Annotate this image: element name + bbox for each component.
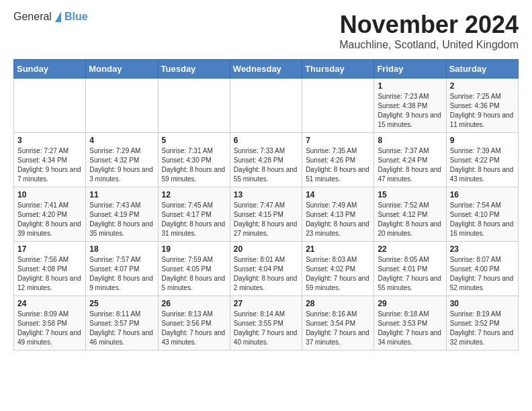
day-cell: 6Sunrise: 7:33 AM Sunset: 4:28 PM Daylig…: [230, 133, 302, 187]
day-cell: 28Sunrise: 8:16 AM Sunset: 3:54 PM Dayli…: [302, 296, 374, 351]
day-info: Sunrise: 8:03 AM Sunset: 4:02 PM Dayligh…: [306, 255, 370, 293]
day-cell: 10Sunrise: 7:41 AM Sunset: 4:20 PM Dayli…: [14, 187, 86, 242]
week-row-1: 3Sunrise: 7:27 AM Sunset: 4:34 PM Daylig…: [14, 133, 519, 187]
day-number: 20: [234, 244, 298, 254]
day-info: Sunrise: 7:35 AM Sunset: 4:26 PM Dayligh…: [306, 146, 370, 184]
day-cell: 3Sunrise: 7:27 AM Sunset: 4:34 PM Daylig…: [14, 133, 86, 187]
day-number: 15: [378, 190, 442, 199]
day-cell: 26Sunrise: 8:13 AM Sunset: 3:56 PM Dayli…: [158, 296, 230, 351]
day-number: 8: [378, 136, 442, 145]
day-info: Sunrise: 8:05 AM Sunset: 4:01 PM Dayligh…: [378, 255, 442, 293]
day-info: Sunrise: 7:27 AM Sunset: 4:34 PM Dayligh…: [17, 146, 82, 184]
day-info: Sunrise: 7:45 AM Sunset: 4:17 PM Dayligh…: [162, 201, 226, 238]
logo-triangle-icon: [55, 11, 61, 22]
day-number: 24: [17, 299, 82, 308]
day-number: 16: [450, 190, 515, 199]
day-info: Sunrise: 7:47 AM Sunset: 4:15 PM Dayligh…: [234, 201, 298, 238]
day-cell: 21Sunrise: 8:03 AM Sunset: 4:02 PM Dayli…: [302, 242, 374, 296]
day-number: 9: [450, 136, 515, 145]
logo: General Blue: [13, 11, 88, 23]
logo-blue-text: Blue: [64, 11, 88, 22]
title-block: November 2024 Mauchline, Scotland, Unite…: [339, 11, 519, 51]
day-number: 5: [162, 136, 226, 145]
day-info: Sunrise: 8:14 AM Sunset: 3:55 PM Dayligh…: [234, 310, 298, 347]
day-info: Sunrise: 7:57 AM Sunset: 4:07 PM Dayligh…: [89, 255, 154, 293]
location: Mauchline, Scotland, United Kingdom: [339, 39, 519, 51]
day-info: Sunrise: 8:16 AM Sunset: 3:54 PM Dayligh…: [306, 310, 370, 347]
day-number: 19: [162, 244, 226, 254]
day-number: 23: [450, 244, 515, 254]
day-info: Sunrise: 7:52 AM Sunset: 4:12 PM Dayligh…: [378, 201, 442, 238]
day-number: 12: [162, 190, 226, 199]
day-cell: 17Sunrise: 7:56 AM Sunset: 4:08 PM Dayli…: [14, 242, 86, 296]
header-sunday: Sunday: [14, 60, 86, 79]
day-number: 29: [378, 299, 442, 308]
week-row-2: 10Sunrise: 7:41 AM Sunset: 4:20 PM Dayli…: [14, 187, 519, 242]
day-number: 30: [450, 299, 515, 308]
day-number: 3: [17, 136, 82, 145]
header-wednesday: Wednesday: [230, 60, 302, 79]
day-info: Sunrise: 8:01 AM Sunset: 4:04 PM Dayligh…: [234, 255, 298, 293]
day-info: Sunrise: 7:43 AM Sunset: 4:19 PM Dayligh…: [89, 201, 154, 238]
logo-general: General: [13, 11, 52, 23]
day-info: Sunrise: 7:49 AM Sunset: 4:13 PM Dayligh…: [306, 201, 370, 238]
day-number: 28: [306, 299, 370, 308]
month-title: November 2024: [339, 11, 519, 39]
header-tuesday: Tuesday: [158, 60, 230, 79]
day-info: Sunrise: 8:09 AM Sunset: 3:58 PM Dayligh…: [17, 310, 82, 347]
day-cell: [230, 79, 302, 133]
calendar-header: SundayMondayTuesdayWednesdayThursdayFrid…: [14, 60, 519, 79]
day-cell: 18Sunrise: 7:57 AM Sunset: 4:07 PM Dayli…: [86, 242, 158, 296]
day-cell: 9Sunrise: 7:39 AM Sunset: 4:22 PM Daylig…: [446, 133, 518, 187]
day-info: Sunrise: 7:29 AM Sunset: 4:32 PM Dayligh…: [89, 146, 154, 184]
day-number: 2: [450, 81, 515, 91]
day-cell: 24Sunrise: 8:09 AM Sunset: 3:58 PM Dayli…: [14, 296, 86, 351]
page: General Blue November 2024 Mauchline, Sc…: [0, 0, 532, 361]
day-number: 25: [89, 299, 154, 308]
day-cell: 2Sunrise: 7:25 AM Sunset: 4:36 PM Daylig…: [446, 79, 518, 133]
header-saturday: Saturday: [446, 60, 518, 79]
day-number: 1: [378, 81, 442, 91]
day-info: Sunrise: 7:33 AM Sunset: 4:28 PM Dayligh…: [234, 146, 298, 184]
day-cell: 7Sunrise: 7:35 AM Sunset: 4:26 PM Daylig…: [302, 133, 374, 187]
day-cell: 15Sunrise: 7:52 AM Sunset: 4:12 PM Dayli…: [374, 187, 446, 242]
day-cell: 8Sunrise: 7:37 AM Sunset: 4:24 PM Daylig…: [374, 133, 446, 187]
week-row-0: 1Sunrise: 7:23 AM Sunset: 4:38 PM Daylig…: [14, 79, 519, 133]
day-info: Sunrise: 8:19 AM Sunset: 3:52 PM Dayligh…: [450, 310, 515, 347]
day-cell: [86, 79, 158, 133]
day-info: Sunrise: 7:41 AM Sunset: 4:20 PM Dayligh…: [17, 201, 82, 238]
day-cell: 16Sunrise: 7:54 AM Sunset: 4:10 PM Dayli…: [446, 187, 518, 242]
header-thursday: Thursday: [302, 60, 374, 79]
day-cell: 12Sunrise: 7:45 AM Sunset: 4:17 PM Dayli…: [158, 187, 230, 242]
day-info: Sunrise: 7:39 AM Sunset: 4:22 PM Dayligh…: [450, 146, 515, 184]
day-cell: [158, 79, 230, 133]
day-cell: [14, 79, 86, 133]
logo-blue: Blue: [64, 11, 88, 23]
day-info: Sunrise: 7:31 AM Sunset: 4:30 PM Dayligh…: [162, 146, 226, 184]
header-friday: Friday: [374, 60, 446, 79]
day-info: Sunrise: 8:13 AM Sunset: 3:56 PM Dayligh…: [162, 310, 226, 347]
day-cell: 29Sunrise: 8:18 AM Sunset: 3:53 PM Dayli…: [374, 296, 446, 351]
day-cell: 4Sunrise: 7:29 AM Sunset: 4:32 PM Daylig…: [86, 133, 158, 187]
day-number: 7: [306, 136, 370, 145]
day-number: 13: [234, 190, 298, 199]
calendar-table: SundayMondayTuesdayWednesdayThursdayFrid…: [13, 59, 519, 351]
day-info: Sunrise: 7:59 AM Sunset: 4:05 PM Dayligh…: [162, 255, 226, 293]
logo-general-text: General: [13, 11, 52, 22]
day-number: 11: [89, 190, 154, 199]
day-info: Sunrise: 8:07 AM Sunset: 4:00 PM Dayligh…: [450, 255, 515, 293]
day-cell: 14Sunrise: 7:49 AM Sunset: 4:13 PM Dayli…: [302, 187, 374, 242]
day-info: Sunrise: 7:23 AM Sunset: 4:38 PM Dayligh…: [378, 92, 442, 130]
day-cell: 20Sunrise: 8:01 AM Sunset: 4:04 PM Dayli…: [230, 242, 302, 296]
day-cell: 13Sunrise: 7:47 AM Sunset: 4:15 PM Dayli…: [230, 187, 302, 242]
week-row-3: 17Sunrise: 7:56 AM Sunset: 4:08 PM Dayli…: [14, 242, 519, 296]
day-info: Sunrise: 7:37 AM Sunset: 4:24 PM Dayligh…: [378, 146, 442, 184]
day-cell: 5Sunrise: 7:31 AM Sunset: 4:30 PM Daylig…: [158, 133, 230, 187]
day-info: Sunrise: 8:18 AM Sunset: 3:53 PM Dayligh…: [378, 310, 442, 347]
day-info: Sunrise: 8:11 AM Sunset: 3:57 PM Dayligh…: [89, 310, 154, 347]
day-cell: 11Sunrise: 7:43 AM Sunset: 4:19 PM Dayli…: [86, 187, 158, 242]
day-number: 21: [306, 244, 370, 254]
day-info: Sunrise: 7:25 AM Sunset: 4:36 PM Dayligh…: [450, 92, 515, 130]
day-cell: 22Sunrise: 8:05 AM Sunset: 4:01 PM Dayli…: [374, 242, 446, 296]
day-cell: 19Sunrise: 7:59 AM Sunset: 4:05 PM Dayli…: [158, 242, 230, 296]
